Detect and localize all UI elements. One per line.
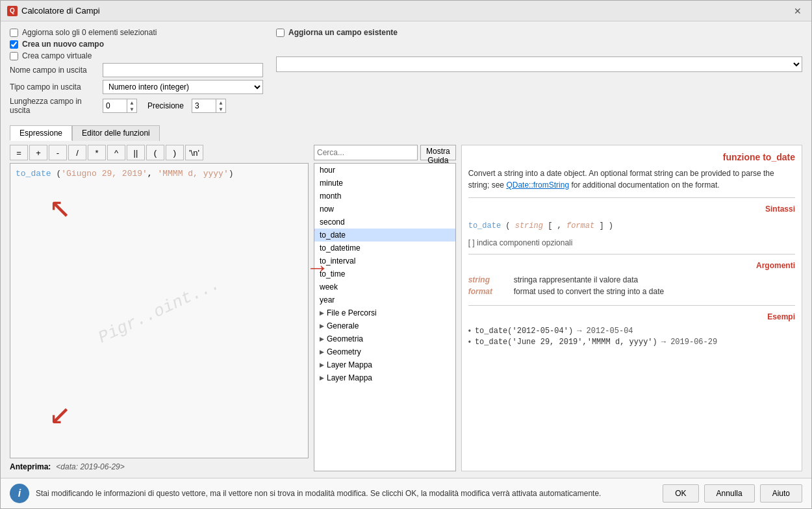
field-name-input[interactable] [103, 63, 263, 77]
length-up-arrow[interactable]: ▲ [127, 99, 136, 106]
precision-spinbox[interactable]: ▲ ▼ [192, 99, 226, 113]
length-down-arrow[interactable]: ▼ [127, 106, 136, 112]
syntax-param-string: string [515, 221, 543, 230]
syntax-bracket: [ , [548, 221, 566, 230]
rparen-button[interactable]: ) [166, 145, 184, 160]
tab-expression[interactable]: Espressione [10, 125, 72, 141]
field-length-row: Lunghezza campo in uscita ▲ ▼ Precisione… [10, 97, 263, 115]
search-row: Mostra Guida [314, 145, 456, 160]
lparen-button[interactable]: ( [146, 145, 164, 160]
syntax-param-format: format [566, 221, 594, 230]
func-label: now [320, 205, 334, 214]
ex-code-1: to_date('2012-05-04') [475, 327, 573, 336]
func-category-geometria[interactable]: ▶ Geometria [314, 332, 455, 345]
func-category-layermappa1[interactable]: ▶ Layer Mappa [314, 358, 455, 371]
pipe-button[interactable]: || [127, 145, 145, 160]
func-item-to-date[interactable]: to_date [314, 229, 455, 242]
equals-button[interactable]: = [10, 145, 28, 160]
category-label: Layer Mappa [327, 373, 372, 382]
func-item-month[interactable]: month [314, 190, 455, 203]
syntax-lparen: ( [505, 221, 510, 230]
virtual-field-checkbox[interactable] [10, 52, 18, 60]
optional-note: [ ] indica componenti opzionali [468, 238, 795, 247]
func-item-to-time[interactable]: to_time [314, 267, 455, 280]
ok-button[interactable]: OK [663, 484, 698, 503]
syntax-fn: to_date [468, 221, 501, 230]
info-text: Stai modificando le informazioni di ques… [36, 489, 656, 498]
sep3 [468, 305, 795, 306]
arrow-right: → [314, 216, 320, 243]
field-type-label: Tipo campo in uscita [10, 82, 97, 92]
close-button[interactable]: ✕ [791, 4, 805, 18]
sep1 [468, 197, 795, 198]
func-item-second[interactable]: second [314, 216, 455, 229]
func-item-hour[interactable]: hour [314, 164, 455, 177]
minus-button[interactable]: - [49, 145, 67, 160]
func-category-file[interactable]: ▶ File e Percorsi [314, 306, 455, 319]
preview-value: <data: 2019-06-29> [56, 462, 124, 471]
update-field-select-row [276, 56, 802, 72]
func-label: month [320, 192, 341, 201]
precision-input[interactable] [192, 99, 216, 112]
create-new-field-checkbox[interactable] [10, 40, 18, 49]
asterisk-button[interactable]: * [88, 145, 106, 160]
preview-label: Anteprima: [10, 462, 51, 471]
update-existing-checkbox[interactable] [276, 29, 285, 37]
help-button[interactable]: Aiuto [760, 484, 802, 503]
func-item-now[interactable]: now [314, 203, 455, 216]
func-item-minute[interactable]: minute [314, 177, 455, 190]
func-category-geometry[interactable]: ▶ Geometry [314, 345, 455, 358]
caret-button[interactable]: ^ [107, 145, 125, 160]
expression-display[interactable]: to_date ('Giugno 29, 2019', 'MMMM d, yyy… [10, 163, 309, 458]
category-label: File e Percorsi [327, 308, 377, 317]
category-arrow: ▶ [320, 336, 324, 342]
arrow-southwest: ↙ [49, 396, 71, 432]
func-item-to-datetime[interactable]: to_datetime [314, 242, 455, 255]
virtual-field-row: Crea campo virtuale [10, 51, 263, 60]
category-arrow: ▶ [320, 375, 324, 381]
top-section: Aggiorna solo gli 0 elementi selezionati… [10, 28, 802, 118]
expression-panel: = + - / * ^ || ( ) '\n' to_date ('Giugno… [10, 145, 309, 471]
help-description: Convert a string into a date object. An … [468, 168, 795, 191]
show-guide-button[interactable]: Mostra Guida [420, 145, 456, 160]
func-item-week[interactable]: week [314, 280, 455, 293]
dialog-window: Q Calcolatore di Campi ✕ Aggiorna solo g… [0, 0, 812, 509]
expr-function: to_date [16, 169, 51, 179]
update-field-select[interactable] [276, 56, 802, 72]
help-panel: funzione to_date Convert a string into a… [461, 145, 802, 471]
function-list[interactable]: → hour minute month now second to_date t… [314, 163, 456, 471]
func-item-to-interval[interactable]: to_interval [314, 255, 455, 267]
category-arrow: ▶ [320, 349, 324, 355]
field-type-select[interactable]: Numero intero (integer) [103, 80, 263, 94]
search-input[interactable] [314, 145, 418, 160]
newline-button[interactable]: '\n' [185, 145, 203, 160]
right-config-panel: Aggiorna un campo esistente [276, 28, 802, 72]
title-bar-left: Q Calcolatore di Campi [7, 6, 100, 16]
syntax-block: to_date ( string [ , format ] ) [468, 221, 795, 230]
slash-button[interactable]: / [68, 145, 86, 160]
func-item-year[interactable]: year [314, 293, 455, 306]
arg-row-string: string stringa rappresentante il valore … [468, 275, 795, 284]
update-existing-row: Aggiorna un campo esistente [276, 28, 802, 37]
plus-button[interactable]: + [29, 145, 47, 160]
ex-result-1: → 2012-05-04 [577, 327, 633, 336]
func-category-layermappa2[interactable]: ▶ Layer Mappa [314, 371, 455, 384]
precision-arrows: ▲ ▼ [216, 99, 225, 112]
update-selected-label: Aggiorna solo gli 0 elementi selezionati [22, 28, 157, 37]
func-category-generale[interactable]: ▶ Generale [314, 319, 455, 332]
help-link[interactable]: QDate::fromString [506, 180, 569, 190]
example-1: • to_date('2012-05-04') → 2012-05-04 [468, 327, 795, 336]
precision-up-arrow[interactable]: ▲ [216, 99, 225, 106]
cancel-button[interactable]: Annulla [704, 484, 755, 503]
tab-function-editor[interactable]: Editor delle funzioni [72, 125, 160, 141]
field-length-spinbox[interactable]: ▲ ▼ [103, 99, 137, 113]
main-area: = + - / * ^ || ( ) '\n' to_date ('Giugno… [10, 145, 802, 471]
bullet-1: • [468, 327, 471, 336]
field-length-input[interactable] [103, 99, 127, 112]
tabs-row: Espressione Editor delle funzioni [10, 125, 802, 141]
examples-title: Esempi [468, 312, 795, 321]
update-selected-checkbox[interactable] [10, 29, 18, 37]
func-label: to_datetime [320, 243, 361, 253]
precision-down-arrow[interactable]: ▼ [216, 106, 225, 112]
syntax-title: Sintassi [468, 205, 795, 214]
